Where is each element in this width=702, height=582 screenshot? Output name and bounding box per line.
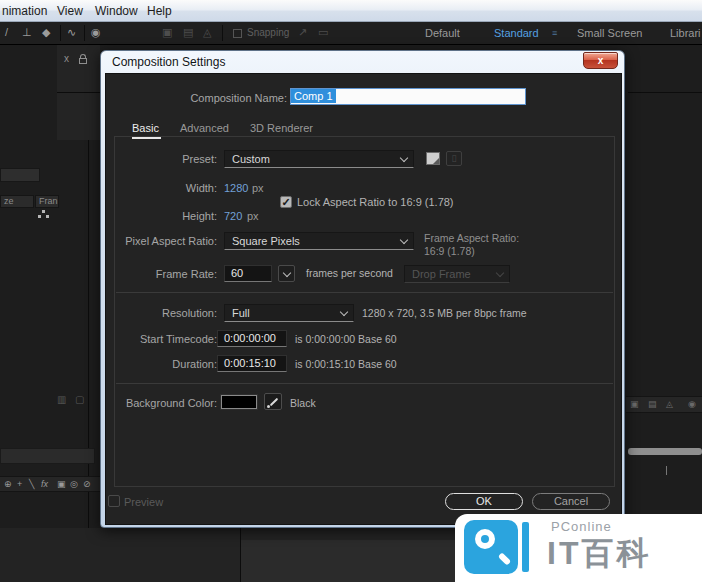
workspace-default[interactable]: Default xyxy=(425,27,460,39)
menu-item-help[interactable]: Help xyxy=(147,4,172,18)
graph-icon[interactable]: ⊘ xyxy=(83,479,91,489)
lock-icon xyxy=(79,58,87,64)
workspace-libraries[interactable]: Librari xyxy=(670,27,701,39)
puppet-pin-tool-icon[interactable]: ◉ xyxy=(91,26,101,39)
chevron-down-icon xyxy=(496,269,504,277)
cancel-button[interactable]: Cancel xyxy=(532,493,610,510)
rotobrush-tool-icon[interactable]: ∿ xyxy=(67,26,76,39)
composition-name-label: Composition Name: xyxy=(166,92,287,104)
start-timecode-input[interactable]: 0:00:00:00 xyxy=(217,330,287,347)
eyedropper-icon xyxy=(270,398,278,406)
disabled-tool-icon: ▣ xyxy=(162,26,172,39)
mask-icon[interactable]: ╲ xyxy=(29,479,34,489)
magnifier-handle xyxy=(498,552,511,565)
width-value[interactable]: 1280 xyxy=(224,182,248,194)
width-label: Width: xyxy=(106,182,217,194)
app-toolbar: / ⊥ ◆ ∿ ◉ ▣ ▤ ◬ Snapping ↗ ▭ Default Sta… xyxy=(0,22,702,45)
toolbar-separator xyxy=(60,25,61,41)
timeline-search-fragment xyxy=(0,448,95,464)
project-column-size[interactable]: ze xyxy=(0,195,34,208)
frame-rate-dropdown-button[interactable] xyxy=(278,265,295,282)
resolution-dropdown[interactable]: Full xyxy=(224,304,354,322)
eraser-tool-icon[interactable]: ◆ xyxy=(42,26,50,39)
selected-text: Comp 1 xyxy=(291,89,336,103)
lock-aspect-label: Lock Aspect Ratio to 16:9 (1.78) xyxy=(297,196,454,208)
background-color-swatch[interactable] xyxy=(221,395,257,409)
workspace-small-screen[interactable]: Small Screen xyxy=(577,27,642,39)
ok-button[interactable]: OK xyxy=(445,493,523,510)
preview-checkbox[interactable] xyxy=(108,495,120,507)
height-label: Height: xyxy=(106,210,217,222)
eyedropper-button[interactable] xyxy=(264,393,282,410)
workspace-standard[interactable]: Standard xyxy=(494,27,539,39)
tab-basic[interactable]: Basic xyxy=(132,122,159,134)
disabled-tool-icon: ↗ xyxy=(298,26,307,39)
drop-frame-dropdown: Drop Frame xyxy=(404,265,510,283)
preview-label: Preview xyxy=(124,496,163,508)
frame-rate-input[interactable]: 60 xyxy=(224,265,272,282)
panel-icon: ▢ xyxy=(75,394,84,405)
playhead-tick xyxy=(666,466,667,475)
brush-tool-icon[interactable]: / xyxy=(5,26,8,38)
panel-icon[interactable]: ◉ xyxy=(688,399,696,409)
preset-dropdown[interactable]: Custom xyxy=(224,150,414,168)
lock-aspect-checkbox[interactable]: ✓ xyxy=(280,196,292,208)
magnifier-ring xyxy=(475,529,495,549)
snapping-checkbox[interactable] xyxy=(233,29,242,38)
horizontal-scrollbar[interactable] xyxy=(628,448,702,455)
height-value[interactable]: 720 xyxy=(224,210,242,222)
fx-icon[interactable]: fx xyxy=(41,479,48,489)
disabled-tool-icon: ◬ xyxy=(203,26,211,39)
plus-icon[interactable]: + xyxy=(17,479,22,489)
right-panel-iconbar: ▣ ▤ ◬ ◉ xyxy=(626,396,702,413)
eyedropper-icon xyxy=(267,405,270,408)
frame-aspect-ratio-value: 16:9 (1.78) xyxy=(424,245,475,257)
tab-3d-renderer[interactable]: 3D Renderer xyxy=(250,122,313,134)
panel-icon[interactable]: ▣ xyxy=(630,399,639,409)
panel-icon[interactable]: ◬ xyxy=(666,399,673,409)
background-color-label: Background Color: xyxy=(106,397,217,409)
composition-name-input[interactable]: Comp 1 xyxy=(290,88,526,105)
background-color-name: Black xyxy=(290,397,316,409)
check-icon: ✓ xyxy=(281,196,290,208)
flowchart-icon xyxy=(38,215,41,218)
project-column-frame[interactable]: Fran xyxy=(35,195,59,208)
pixel-aspect-ratio-dropdown[interactable]: Square Pixels xyxy=(224,232,414,250)
disabled-tool-icon: ▤ xyxy=(183,26,193,39)
tab-advanced[interactable]: Advanced xyxy=(180,122,229,134)
menu-item-animation[interactable]: nimation xyxy=(2,4,47,18)
magnifier-icon xyxy=(464,520,518,574)
duration-label: Duration: xyxy=(106,358,217,370)
panel-close-icon[interactable]: x xyxy=(64,53,69,64)
dialog-title: Composition Settings xyxy=(112,55,225,69)
save-preset-icon[interactable] xyxy=(426,152,440,165)
toolbar-separator xyxy=(222,25,223,41)
watermark-badge: PConline IT百科 xyxy=(455,514,702,582)
panel-header-divider xyxy=(57,92,100,93)
dialog-content: Composition Name: Comp 1 Basic Advanced … xyxy=(105,73,622,525)
height-unit: px xyxy=(247,210,259,222)
duration-input[interactable]: 0:00:15:10 xyxy=(217,355,287,372)
panel-icon[interactable]: ▤ xyxy=(648,399,657,409)
chevron-down-icon xyxy=(400,236,408,244)
drop-frame-value: Drop Frame xyxy=(412,268,471,280)
panel-icon: ▥ xyxy=(57,394,66,405)
menu-item-view[interactable]: View xyxy=(57,4,83,18)
duration-info: is 0:00:15:10 Base 60 xyxy=(295,358,397,370)
start-timecode-info: is 0:00:00:00 Base 60 xyxy=(295,333,397,345)
delete-preset-icon: ▯ xyxy=(446,151,462,166)
motion-blur-icon[interactable]: ◎ xyxy=(70,479,78,489)
anchor-icon[interactable]: ⊕ xyxy=(4,479,12,489)
workspace-menu-icon[interactable]: ≡ xyxy=(552,28,557,38)
menu-bar: nimation View Window Help xyxy=(0,0,702,22)
panel-header-divider xyxy=(628,92,702,93)
menu-item-window[interactable]: Window xyxy=(95,4,138,18)
frame-blend-icon[interactable]: ▣ xyxy=(57,479,66,489)
frame-aspect-ratio-caption: Frame Aspect Ratio: xyxy=(424,232,519,244)
chevron-down-icon xyxy=(400,154,408,162)
stamp-tool-icon[interactable]: ⊥ xyxy=(22,26,32,39)
preset-value: Custom xyxy=(232,153,270,165)
start-timecode-label: Start Timecode: xyxy=(106,333,217,345)
frame-rate-label: Frame Rate: xyxy=(106,268,217,280)
close-icon[interactable]: x xyxy=(583,52,618,69)
